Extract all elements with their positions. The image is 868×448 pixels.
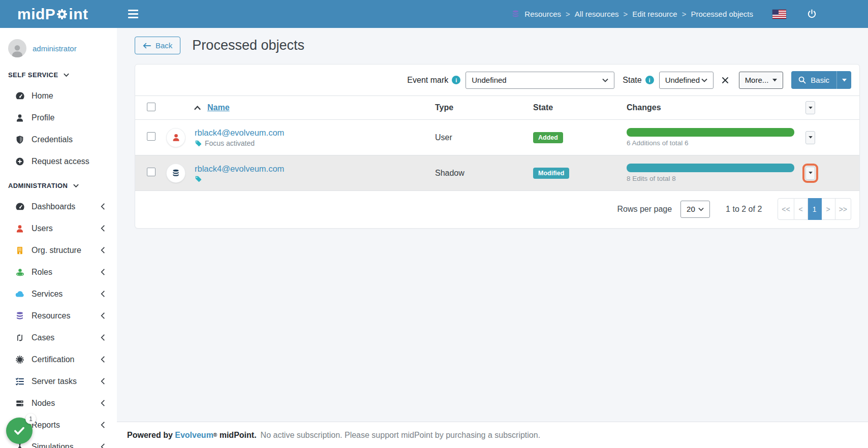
rows-per-page-label: Rows per page xyxy=(617,205,672,214)
sidebar-item-dashboards[interactable]: Dashboards xyxy=(0,196,117,217)
state-badge-modified: Modified xyxy=(533,168,569,179)
next-page-button[interactable]: > xyxy=(822,198,835,220)
changes-caption: 8 Edits of total 8 xyxy=(627,175,798,182)
state-badge-added: Added xyxy=(533,132,563,143)
object-name-link[interactable]: rblack4@evolveum.com xyxy=(195,128,284,138)
breadcrumb-resources[interactable]: Resources xyxy=(524,10,561,18)
role-person-icon xyxy=(15,267,25,277)
changes-progress-bar xyxy=(627,164,794,172)
changes-progress-bar xyxy=(627,128,794,137)
sidebar-item-resources[interactable]: Resources xyxy=(0,305,117,327)
event-mark-value: Undefined xyxy=(472,76,506,84)
server-icon xyxy=(15,398,25,408)
sidebar-item-certification[interactable]: Certification xyxy=(0,348,117,370)
sidebar: administrator SELF SERVICE Home Profile … xyxy=(0,28,117,448)
sidebar-toggle-hamburger-icon[interactable] xyxy=(128,6,145,23)
sidebar-item-credentials[interactable]: Credentials xyxy=(0,129,117,150)
event-mark-tag-label: Focus activated xyxy=(205,139,255,147)
sidebar-item-label: Resources xyxy=(32,311,94,321)
caret-down-icon xyxy=(772,79,777,82)
database-icon xyxy=(15,311,25,321)
page-title: Processed objects xyxy=(192,38,304,53)
chevron-left-icon xyxy=(100,421,106,429)
chevron-left-icon xyxy=(100,356,106,363)
evolveum-link[interactable]: Evolveum xyxy=(175,431,213,440)
search-icon xyxy=(798,76,806,84)
row-checkbox[interactable] xyxy=(147,168,156,176)
sidebar-item-request-access[interactable]: Request access xyxy=(0,150,117,172)
sidebar-item-server-tasks[interactable]: Server tasks xyxy=(0,370,117,392)
top-bar: midP int Resources > All resources > Edi… xyxy=(0,0,868,28)
case-flow-arrows-icon xyxy=(15,333,25,343)
midpoint-logo[interactable]: midP int xyxy=(0,6,117,23)
column-header-type: Type xyxy=(430,103,529,112)
gauge-icon xyxy=(15,91,25,101)
sidebar-item-label: Org. structure xyxy=(32,246,94,255)
shield-icon xyxy=(15,135,25,145)
info-icon[interactable]: i xyxy=(452,76,460,84)
column-header-name[interactable]: Name xyxy=(207,103,230,112)
clear-filter-x-icon[interactable] xyxy=(720,75,731,86)
sidebar-username-link[interactable]: administrator xyxy=(33,44,77,53)
more-filters-button[interactable]: More... xyxy=(739,72,784,89)
sidebar-item-home[interactable]: Home xyxy=(0,85,117,107)
sort-ascending-icon[interactable] xyxy=(194,105,201,111)
locale-flag-us[interactable] xyxy=(772,10,786,19)
sidebar-item-label: Home xyxy=(32,91,109,101)
chevron-left-icon xyxy=(100,377,106,385)
breadcrumb-separator: > xyxy=(682,10,687,18)
sidebar-item-label: Services xyxy=(32,290,94,299)
search-filter-bar: Event mark i Undefined State i Undefined xyxy=(135,65,859,95)
avatar xyxy=(8,39,26,57)
search-split-button: Basic xyxy=(791,71,851,89)
state-value: Undefined xyxy=(665,76,700,84)
breadcrumb-all-resources[interactable]: All resources xyxy=(575,10,619,18)
sidebar-item-cases[interactable]: Cases xyxy=(0,327,117,348)
object-name-link[interactable]: rblack4@evolveum.com xyxy=(195,164,284,174)
sidebar-item-org-structure[interactable]: Org. structure xyxy=(0,239,117,261)
sidebar-item-label: Server tasks xyxy=(32,377,94,386)
sidebar-item-profile[interactable]: Profile xyxy=(0,107,117,129)
logout-power-icon[interactable] xyxy=(807,9,817,19)
sidebar-item-services[interactable]: Services xyxy=(0,283,117,305)
user-icon xyxy=(15,223,25,234)
caret-down-icon xyxy=(809,172,813,174)
breadcrumb-processed-objects: Processed objects xyxy=(691,10,753,18)
table-pagination: Rows per page 20 1 to 2 of 2 << < 1 > >> xyxy=(135,190,859,228)
row-checkbox[interactable] xyxy=(147,132,156,141)
chevron-left-icon xyxy=(100,203,106,210)
page-1-button[interactable]: 1 xyxy=(808,198,822,220)
table-config-dropdown-button[interactable] xyxy=(805,101,815,114)
footer-product: midPoint. xyxy=(220,431,257,440)
main-content: Back Processed objects Event mark i Unde… xyxy=(117,28,868,448)
sidebar-item-nodes[interactable]: Nodes xyxy=(0,392,117,414)
toast-count-badge: 1 xyxy=(25,413,36,424)
basic-search-button[interactable]: Basic xyxy=(791,71,836,89)
select-all-checkbox[interactable] xyxy=(147,103,156,111)
sidebar-item-label: Profile xyxy=(32,113,109,122)
event-mark-select[interactable]: Undefined xyxy=(466,72,614,89)
menu-section-administration[interactable]: ADMINISTRATION xyxy=(0,175,117,196)
menu-section-self-service[interactable]: SELF SERVICE xyxy=(0,65,117,85)
back-button[interactable]: Back xyxy=(135,37,180,54)
chevron-left-icon xyxy=(100,225,106,232)
breadcrumb: Resources > All resources > Edit resourc… xyxy=(511,10,753,18)
previous-page-button[interactable]: < xyxy=(794,198,808,220)
sidebar-item-label: Dashboards xyxy=(32,202,94,211)
state-select[interactable]: Undefined xyxy=(659,72,714,89)
caret-down-icon xyxy=(842,79,847,82)
row-actions-dropdown-button[interactable] xyxy=(805,131,815,144)
footer-powered-by: Powered by xyxy=(127,431,173,440)
first-page-button[interactable]: << xyxy=(778,198,794,220)
info-icon[interactable]: i xyxy=(645,76,654,84)
gear-icon xyxy=(56,8,68,20)
breadcrumb-edit-resource[interactable]: Edit resource xyxy=(632,10,677,18)
search-mode-caret-button[interactable] xyxy=(836,71,851,89)
row-actions-dropdown-button-focused[interactable] xyxy=(805,167,815,180)
sidebar-item-label: Nodes xyxy=(32,399,94,408)
last-page-button[interactable]: >> xyxy=(835,198,851,220)
page-size-select[interactable]: 20 xyxy=(680,201,710,218)
sidebar-item-users[interactable]: Users xyxy=(0,217,117,239)
sidebar-item-roles[interactable]: Roles xyxy=(0,261,117,283)
sidebar-item-label: Roles xyxy=(32,268,94,277)
